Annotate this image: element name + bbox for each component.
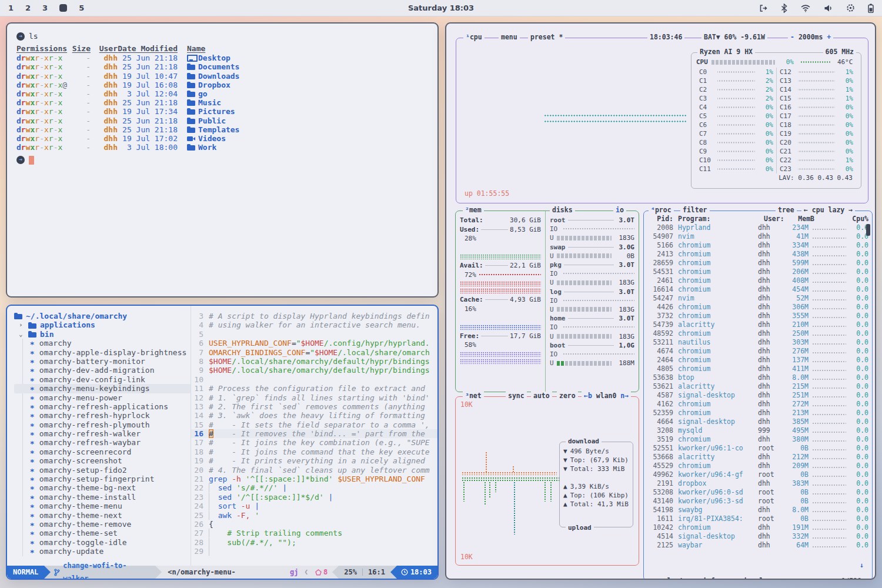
tree-item-omarchy-theme-next[interactable]: ∗omarchy-theme-next: [30, 511, 191, 520]
volume-icon[interactable]: [824, 4, 833, 12]
tree-item-omarchy-apple-display-brightness[interactable]: ∗omarchy-apple-display-brightness: [30, 348, 191, 357]
tree-item-omarchy-theme-remove[interactable]: ∗omarchy-theme-remove: [30, 520, 191, 529]
process-row-chromium[interactable]: 3519chromiumdhh380M0.0: [647, 435, 868, 444]
code-editor[interactable]: 3# A script to display Hyprland keybindi…: [191, 306, 437, 566]
col-mem[interactable]: MemB: [790, 215, 814, 223]
battery-icon[interactable]: [868, 4, 874, 13]
tree-item-omarchy-theme-menu[interactable]: ∗omarchy-theme-menu: [30, 502, 191, 510]
process-row-chromium[interactable]: 2413chromiumdhh438M0.0: [647, 250, 868, 259]
io-tab[interactable]: io: [613, 206, 626, 215]
col-user[interactable]: User:: [764, 215, 790, 223]
tree-item-omarchy-menu-power[interactable]: ∗omarchy-menu-power: [30, 393, 191, 402]
process-row-chromium[interactable]: 16614chromiumdhh454M0.0: [647, 285, 868, 294]
tree-item-omarchy-theme-set[interactable]: ∗omarchy-theme-set: [30, 529, 191, 537]
process-row-alacritty[interactable]: 54739alacrittydhh210M0.0: [647, 320, 868, 329]
process-row-chromium[interactable]: 48592chromiumdhh250M0.0: [647, 329, 868, 338]
tree-item-omarchy-toggle-idle[interactable]: ∗omarchy-toggle-idle: [30, 538, 191, 547]
process-row-alacritty[interactable]: 53668alacrittydhh212M0.0: [647, 453, 868, 462]
col-program[interactable]: Program:: [673, 215, 764, 223]
process-row-Hyprland[interactable]: 2008Hyprlanddhh234M0.0: [647, 223, 868, 232]
bluetooth-icon[interactable]: [781, 4, 787, 13]
tree-item-omarchy-battery-monitor[interactable]: ∗omarchy-battery-monitor: [30, 357, 191, 366]
process-row-chromium[interactable]: 2461chromiumdhh408M0.0: [647, 276, 868, 285]
tree-root[interactable]: ~/.local/share/omarchy: [14, 312, 191, 320]
disks-tab[interactable]: disks: [550, 206, 575, 215]
process-row-nvim[interactable]: 54907nvimdhh41M0.0: [647, 232, 868, 241]
process-row-btop[interactable]: 53638btopdhh8.0M0.0: [647, 373, 868, 382]
process-row-signal-desktop[interactable]: 4514signal-desktopdhh332M0.0: [647, 532, 868, 541]
terminal-output[interactable]: ➜ ls Permissions Size User Date Modified…: [7, 24, 437, 176]
tree-item-omarchy-theme-bg-next[interactable]: ∗omarchy-theme-bg-next: [30, 483, 191, 492]
git-branch-segment[interactable]: change-wofi-to-walker: [51, 566, 155, 579]
tree-item-omarchy-refresh-hyprlock[interactable]: ∗omarchy-refresh-hyprlock: [30, 411, 191, 420]
process-row-chromium[interactable]: 52359chromiumdhh213M0.0: [647, 409, 868, 417]
proc-filter-button[interactable]: filter: [680, 206, 710, 215]
refresh-rate-control[interactable]: - 2000ms +: [788, 33, 833, 42]
logout-icon[interactable]: [759, 4, 768, 13]
file-tree[interactable]: ~/.local/share/omarchy › applications ⌄ …: [7, 306, 191, 566]
process-row-irq/81-PIXA3854:[interactable]: 1611irq/81-PIXA3854:root0B0.0: [647, 514, 868, 523]
process-row-waybar[interactable]: 2125waybardhh64M0.0: [647, 541, 868, 550]
net-sync-button[interactable]: sync: [506, 392, 527, 400]
scroll-down-arrow[interactable]: ↓: [860, 561, 864, 570]
col-pid[interactable]: Pid:: [647, 215, 673, 223]
process-row-chromium[interactable]: 45529chromiumdhh209M0.0: [647, 462, 868, 470]
process-row-chromium[interactable]: 2464chromiumdhh137M0.0: [647, 356, 868, 365]
tree-item-omarchy-theme-install[interactable]: ∗omarchy-theme-install: [30, 493, 191, 502]
preset-button[interactable]: preset *: [528, 33, 565, 42]
tree-item-omarchy[interactable]: ∗omarchy: [30, 339, 191, 348]
process-row-signal-desktop[interactable]: 4587signal-desktopdhh251M0.0: [647, 391, 868, 400]
process-row-nautilus[interactable]: 53211nautilusdhh303M0.0: [647, 338, 868, 347]
process-row-kworker/u96:1-co[interactable]: 52551kworker/u96:1-coroot0B0.0: [647, 444, 868, 453]
process-row-swaybg[interactable]: 54198swaybgdhh8.0M0.0: [647, 506, 868, 514]
process-row-nvim[interactable]: 54247nvimdhh52M0.0: [647, 294, 868, 303]
process-row-chromium[interactable]: 54531chromiumdhh206M0.0: [647, 268, 868, 276]
tree-item-omarchy-screenrecord[interactable]: ∗omarchy-screenrecord: [30, 447, 191, 456]
proc-sort-switcher[interactable]: ← cpu lazy →: [801, 206, 855, 215]
wifi-icon[interactable]: [800, 4, 811, 12]
proc-info-control[interactable]: info ↵: [700, 577, 730, 579]
tree-item-omarchy-setup-fido2[interactable]: ∗omarchy-setup-fido2: [30, 466, 191, 475]
process-row-kworker/u96:3-sd[interactable]: 43140kworker/u96:3-sdroot0B0.0: [647, 497, 868, 506]
proc-scrollbar[interactable]: [866, 224, 870, 236]
tree-item-omarchy-screenshot[interactable]: ∗omarchy-screenshot: [30, 456, 191, 465]
tree-item-omarchy-refresh-walker[interactable]: ∗omarchy-refresh-walker: [30, 429, 191, 438]
process-row-chromium[interactable]: 3732chromiumdhh355M0.0: [647, 312, 868, 320]
proc-signals-control[interactable]: signals: [737, 577, 770, 579]
process-row-kworker/u96:0-sd[interactable]: 53208kworker/u96:0-sdroot0B0.0: [647, 488, 868, 497]
col-cpu[interactable]: Cpu% ↑: [848, 215, 868, 223]
net-auto-button[interactable]: auto: [531, 392, 552, 400]
process-row-chromium[interactable]: 4805chromiumdhh411M0.0: [647, 365, 868, 373]
process-row-chromium[interactable]: 4426chromiumdhh306M0.0: [647, 303, 868, 312]
tree-item-omarchy-dev-config-link[interactable]: ∗omarchy-dev-config-link: [30, 375, 191, 384]
process-row-chromium[interactable]: 4162chromiumdhh272M0.0: [647, 400, 868, 409]
cpu-tab[interactable]: ¹cpu: [463, 33, 485, 42]
proc-tree-button[interactable]: tree: [776, 206, 797, 215]
process-row-alacritty[interactable]: 53621alacrittydhh215M0.0: [647, 382, 868, 391]
process-row-chromium[interactable]: 4674chromiumdhh276M0.0: [647, 347, 868, 356]
tree-dir-applications[interactable]: › applications: [14, 320, 191, 329]
tree-item-omarchy-dev-add-migration[interactable]: ∗omarchy-dev-add-migration: [30, 366, 191, 375]
process-row-signal-desktop[interactable]: 4664signal-desktopdhh385M0.0: [647, 417, 868, 426]
tree-dir-bin[interactable]: ⌄ bin: [14, 330, 191, 339]
net-zero-button[interactable]: zero: [557, 392, 578, 400]
tree-item-omarchy-menu-keybindings[interactable]: ∗omarchy-menu-keybindings: [14, 384, 191, 393]
tree-item-omarchy-setup-fingerprint[interactable]: ∗omarchy-setup-fingerprint: [30, 475, 191, 483]
process-row-kworker/u96:4-gf[interactable]: 49962kworker/u96:4-gfroot0B0.0: [647, 470, 868, 479]
tree-item-omarchy-refresh-waybar[interactable]: ∗omarchy-refresh-waybar: [30, 438, 191, 447]
settings-gear-icon[interactable]: [846, 4, 855, 12]
process-row-dropbox[interactable]: 2191dropboxdhh383M0.0: [647, 479, 868, 488]
proc-select-control[interactable]: ↑ ↑ select ↓select ↓: [649, 577, 694, 579]
menu-button[interactable]: menu: [499, 33, 520, 42]
process-row-chromium[interactable]: 5166chromiumdhh334M0.0: [647, 241, 868, 250]
net-tab[interactable]: ³net: [463, 392, 484, 400]
process-row-mysqld[interactable]: 3208mysqld999495M0.0: [647, 426, 868, 435]
process-row-chromium[interactable]: 10242chromiumdhh191M0.0: [647, 523, 868, 532]
tree-item-omarchy-refresh-plymouth[interactable]: ∗omarchy-refresh-plymouth: [30, 420, 191, 429]
plugin-updates-badge[interactable]: 8: [310, 566, 332, 579]
tree-item-omarchy-refresh-applications[interactable]: ∗omarchy-refresh-applications: [30, 402, 191, 411]
net-interface-switcher[interactable]: ←b wlan0 n→: [582, 392, 631, 400]
tree-item-omarchy-update[interactable]: ∗omarchy-update: [30, 547, 191, 556]
process-row-chromium[interactable]: 28659chromiumdhh599M0.0: [647, 259, 868, 268]
mem-tab[interactable]: ²mem: [463, 206, 484, 215]
